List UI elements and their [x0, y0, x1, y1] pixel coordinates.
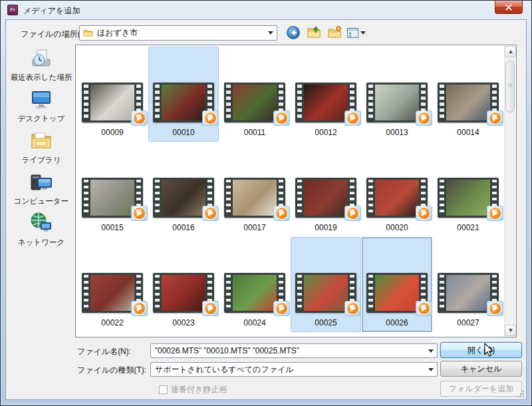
video-frame — [162, 180, 205, 216]
open-button[interactable]: 開く(O) — [440, 342, 522, 358]
file-item[interactable]: 00009 — [77, 47, 148, 142]
play-icon — [131, 206, 148, 221]
video-frame — [375, 85, 419, 120]
file-item-label: 00009 — [101, 128, 123, 137]
filename-dropdown-arrow[interactable] — [426, 345, 436, 357]
play-icon — [416, 206, 432, 221]
film-strip-thumbnail — [82, 178, 143, 218]
file-item-label: 00025 — [315, 318, 336, 327]
sequence-stills-checkbox-row: 連番付き静止画 — [159, 384, 227, 395]
file-item[interactable]: 00025 — [291, 237, 361, 332]
scroll-up-icon[interactable] — [505, 46, 516, 57]
video-frame — [90, 180, 134, 216]
close-icon — [505, 4, 512, 11]
film-strip-thumbnail — [366, 83, 428, 122]
file-list-area: 0000900010000110001200013000140001500016… — [75, 45, 517, 337]
file-item[interactable]: 00016 — [148, 142, 219, 237]
sequence-stills-checkbox[interactable] — [159, 385, 168, 394]
sidebar-item-network[interactable]: ネットワーク — [7, 211, 75, 251]
filename-label: ファイル名(N): — [77, 346, 131, 357]
film-strip-thumbnail — [224, 273, 285, 313]
filename-value: ”00026.MTS” ”00010.MTS” ”00025.MTS” — [155, 344, 425, 357]
file-item[interactable]: 00017 — [219, 142, 290, 237]
filetype-value: サポートされているすべてのファイル — [155, 363, 425, 376]
location-value: ほおずき市 — [97, 26, 265, 40]
title-bar[interactable]: Pr メディアを追加 — [1, 1, 531, 20]
file-item[interactable]: 00024 — [219, 237, 290, 332]
video-frame — [304, 180, 348, 216]
video-frame — [446, 85, 490, 120]
play-icon — [416, 301, 432, 316]
file-item-label: 00015 — [101, 223, 123, 232]
scroll-down-icon[interactable] — [505, 325, 516, 336]
video-frame — [162, 275, 205, 311]
video-frame — [304, 275, 348, 311]
file-item-label: 00019 — [315, 223, 336, 232]
filetype-combobox[interactable]: サポートされているすべてのファイル — [150, 362, 438, 377]
film-strip-thumbnail — [82, 83, 143, 122]
file-item[interactable]: 00026 — [362, 237, 432, 332]
views-menu-icon[interactable] — [347, 28, 366, 38]
sidebar-item-libraries[interactable]: ライブラリ — [7, 128, 75, 168]
dialog-window: Pr メディアを追加 ファイルの場所(I): ほおずき市 — [0, 0, 532, 406]
film-strip-thumbnail — [438, 83, 499, 122]
file-item[interactable]: 00022 — [77, 237, 148, 332]
play-icon — [202, 206, 219, 221]
file-item[interactable]: 00014 — [433, 47, 503, 142]
file-item-label: 00014 — [457, 128, 479, 137]
film-strip-thumbnail — [366, 178, 428, 218]
scrollbar-thumb[interactable] — [505, 61, 515, 112]
location-combobox[interactable]: ほおずき市 — [79, 25, 277, 41]
file-item[interactable]: 00023 — [148, 237, 219, 332]
video-frame — [304, 85, 348, 120]
file-item[interactable]: 00027 — [433, 237, 503, 332]
filetype-dropdown-arrow[interactable] — [426, 363, 436, 375]
video-frame — [233, 180, 277, 216]
location-label: ファイルの場所(I): — [21, 29, 87, 40]
file-item-label: 00023 — [172, 318, 194, 327]
file-item[interactable]: 00013 — [362, 47, 432, 142]
video-frame — [162, 85, 205, 120]
back-icon[interactable] — [285, 25, 301, 41]
play-icon — [273, 206, 290, 221]
dialog-title: メディアを追加 — [23, 5, 80, 17]
recent-places-icon — [29, 46, 53, 70]
video-frame — [233, 275, 277, 311]
play-icon — [273, 110, 290, 126]
video-frame — [90, 85, 134, 120]
file-item[interactable]: 00019 — [291, 142, 361, 237]
sidebar-item-label: 最近表示した場所 — [11, 73, 72, 81]
film-strip-thumbnail — [295, 83, 356, 122]
sidebar-item-label: デスクトップ — [18, 114, 65, 122]
new-folder-icon[interactable] — [327, 25, 342, 41]
up-one-level-icon[interactable] — [306, 25, 322, 41]
sidebar-item-label: ライブラリ — [22, 156, 61, 164]
file-item[interactable]: 00010 — [148, 47, 219, 142]
cancel-button[interactable]: キャンセル — [440, 361, 522, 377]
close-button[interactable] — [495, 1, 523, 14]
file-item[interactable]: 00021 — [433, 142, 503, 237]
file-item[interactable]: 00012 — [291, 47, 361, 142]
sidebar-item-desktop[interactable]: デスクトップ — [7, 87, 75, 127]
file-item-label: 00021 — [457, 223, 479, 232]
sidebar-item-recent-places[interactable]: 最近表示した場所 — [7, 46, 75, 86]
filename-combobox[interactable]: ”00026.MTS” ”00010.MTS” ”00025.MTS” — [150, 343, 438, 358]
film-strip-thumbnail — [153, 273, 214, 313]
film-strip-thumbnail — [82, 273, 143, 313]
file-item-label: 00022 — [101, 318, 123, 327]
film-strip-thumbnail — [438, 273, 499, 313]
file-item[interactable]: 00020 — [362, 142, 432, 237]
file-item[interactable]: 00011 — [219, 47, 290, 142]
play-icon — [344, 206, 361, 221]
app-icon: Pr — [7, 5, 18, 15]
video-frame — [446, 275, 490, 311]
resize-grip-icon[interactable] — [517, 390, 525, 398]
sidebar-item-computer[interactable]: コンピューター — [7, 170, 75, 210]
location-dropdown-arrow[interactable] — [265, 27, 276, 39]
play-icon — [273, 301, 290, 316]
vertical-scrollbar[interactable] — [504, 46, 515, 336]
video-frame — [375, 180, 419, 216]
file-item[interactable]: 00015 — [77, 142, 148, 237]
play-icon — [344, 110, 361, 126]
places-sidebar: 最近表示した場所デスクトップライブラリコンピューターネットワーク — [7, 45, 75, 337]
